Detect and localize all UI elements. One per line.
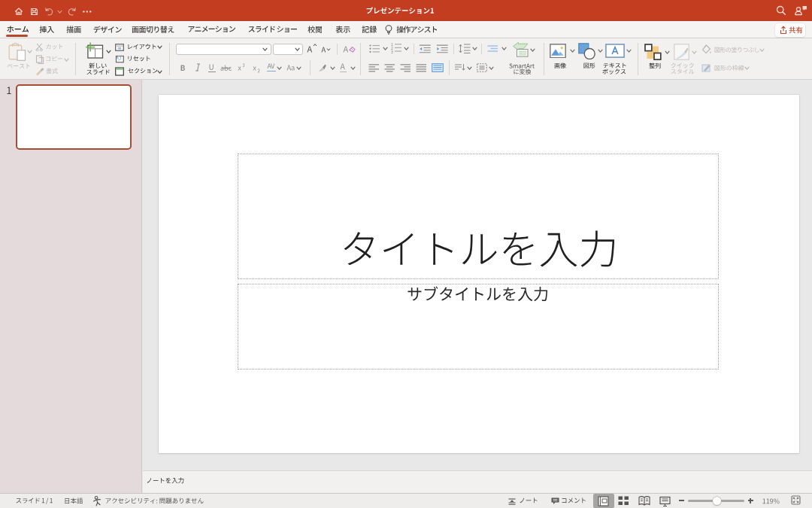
svg-text:3: 3 bbox=[391, 50, 393, 53]
